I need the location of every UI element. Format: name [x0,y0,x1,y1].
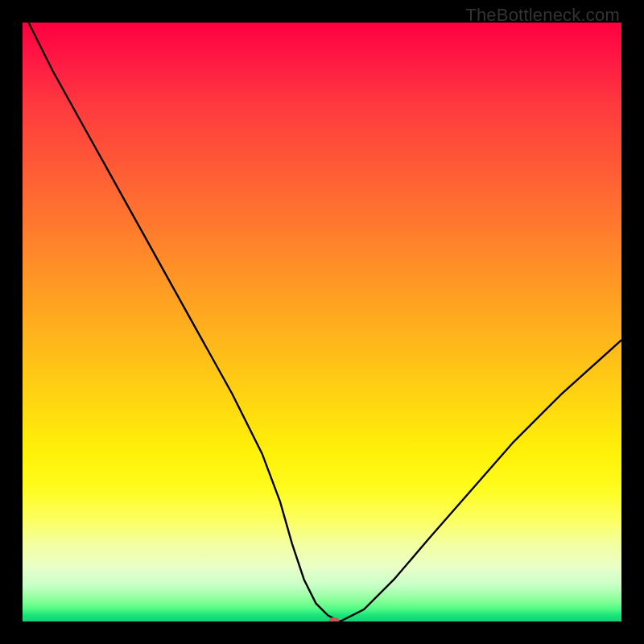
curve-path [28,23,621,621]
chart-frame: TheBottleneck.com [0,0,644,644]
bottleneck-curve [23,23,621,621]
plot-area [23,23,621,621]
optimum-marker [328,617,339,621]
